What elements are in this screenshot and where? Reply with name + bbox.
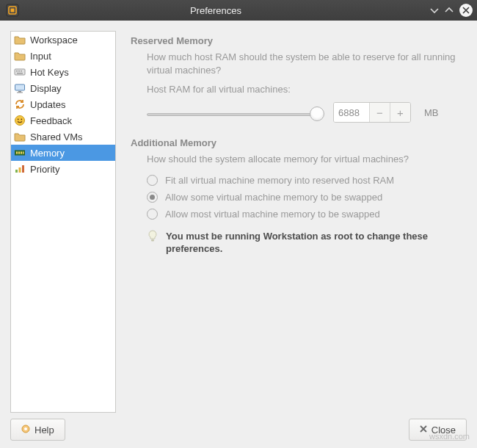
sidebar: Workspace Input Hot Keys <box>10 31 116 413</box>
reserved-memory-title: Reserved Memory <box>131 35 462 46</box>
priority-icon <box>14 163 26 175</box>
svg-rect-6 <box>21 71 22 72</box>
sidebar-item-label: Hot Keys <box>30 67 69 78</box>
sidebar-item-memory[interactable]: Memory <box>11 145 115 161</box>
sidebar-item-label: Input <box>30 51 51 62</box>
sidebar-item-feedback[interactable]: Feedback <box>11 112 115 129</box>
sidebar-item-label: Updates <box>30 99 65 110</box>
svg-rect-9 <box>18 91 21 93</box>
sidebar-item-display[interactable]: Display <box>11 80 115 96</box>
lightbulb-icon <box>147 230 159 245</box>
sidebar-item-label: Feedback <box>30 115 72 126</box>
spin-increment[interactable]: + <box>390 103 410 122</box>
sidebar-item-label: Display <box>30 83 62 94</box>
host-ram-spinbox: − + <box>333 102 411 123</box>
sidebar-item-input[interactable]: Input <box>11 48 115 64</box>
folder-icon <box>14 131 26 142</box>
svg-rect-7 <box>17 73 23 74</box>
radio-label: Allow some virtual machine memory to be … <box>165 192 382 203</box>
additional-memory-title: Additional Memory <box>131 137 462 148</box>
radio-allow-most[interactable]: Allow most virtual machine memory to be … <box>147 209 462 220</box>
spin-decrement[interactable]: − <box>369 103 390 122</box>
svg-rect-20 <box>19 167 21 173</box>
close-button[interactable]: Close <box>409 419 467 441</box>
sidebar-item-hotkeys[interactable]: Hot Keys <box>11 64 115 80</box>
sidebar-item-label: Shared VMs <box>30 131 83 142</box>
sidebar-item-workspace[interactable]: Workspace <box>11 32 115 48</box>
content-pane: Reserved Memory How much host RAM should… <box>126 31 467 413</box>
sidebar-item-label: Memory <box>30 148 65 159</box>
display-icon <box>14 82 26 94</box>
maximize-button[interactable] <box>445 6 454 15</box>
radio-icon <box>147 209 158 220</box>
svg-point-11 <box>15 116 25 126</box>
sidebar-item-sharedvms[interactable]: Shared VMs <box>11 129 115 145</box>
root-warning: You must be running Workstation as root … <box>147 230 462 256</box>
svg-rect-16 <box>18 152 20 154</box>
sidebar-item-label: Priority <box>30 164 59 175</box>
svg-rect-8 <box>15 84 25 90</box>
window-body: Workspace Input Hot Keys <box>0 21 477 448</box>
reserved-memory-desc: How much host RAM should the system be a… <box>147 51 462 76</box>
main-row: Workspace Input Hot Keys <box>10 31 467 413</box>
slider-track <box>147 113 323 116</box>
root-warning-text: You must be running Workstation as root … <box>166 230 462 256</box>
svg-rect-3 <box>15 69 25 75</box>
svg-rect-5 <box>18 71 20 72</box>
unit-label: MB <box>424 107 439 118</box>
folder-icon <box>14 34 26 46</box>
svg-rect-22 <box>151 239 154 242</box>
sidebar-item-label: Workspace <box>30 35 78 46</box>
svg-rect-15 <box>16 152 18 154</box>
close-icon <box>420 424 427 435</box>
svg-point-24 <box>24 427 27 430</box>
memory-icon <box>14 147 26 159</box>
radio-icon <box>147 175 158 186</box>
titlebar: Preferences <box>0 0 477 21</box>
minimize-button[interactable] <box>430 6 439 15</box>
window-title: Preferences <box>1 5 430 16</box>
additional-memory-desc: How should the system allocate memory fo… <box>147 153 462 166</box>
reserved-memory-section: How much host RAM should the system be a… <box>147 51 462 123</box>
keyboard-icon <box>14 66 26 78</box>
svg-rect-19 <box>15 170 18 173</box>
help-button-label: Help <box>34 424 54 436</box>
host-ram-row: − + MB <box>147 102 462 123</box>
radio-label: Fit all virtual machine memory into rese… <box>165 175 394 186</box>
smiley-icon <box>14 115 26 126</box>
radio-label: Allow most virtual machine memory to be … <box>165 209 380 220</box>
sidebar-item-priority[interactable]: Priority <box>11 161 115 177</box>
help-button[interactable]: Help <box>10 419 65 441</box>
svg-rect-4 <box>16 71 18 72</box>
svg-rect-21 <box>22 165 24 173</box>
slider-thumb[interactable] <box>310 106 324 121</box>
svg-rect-10 <box>17 93 23 93</box>
window-controls <box>430 4 473 17</box>
folder-icon <box>14 50 26 62</box>
host-ram-input[interactable] <box>334 103 369 122</box>
svg-rect-18 <box>23 152 24 154</box>
svg-point-12 <box>18 119 19 120</box>
close-window-button[interactable] <box>459 4 473 17</box>
updates-icon <box>14 98 26 110</box>
preferences-window: Preferences Workspace <box>0 0 477 448</box>
radio-icon <box>147 192 158 203</box>
svg-rect-17 <box>21 152 22 154</box>
radio-fit-all[interactable]: Fit all virtual machine memory into rese… <box>147 175 462 186</box>
dialog-footer: Help Close <box>10 413 467 441</box>
slider-label: Host RAM for all virtual machines: <box>147 84 462 95</box>
host-ram-slider[interactable] <box>147 106 323 121</box>
sidebar-item-updates[interactable]: Updates <box>11 96 115 112</box>
help-icon <box>21 424 30 436</box>
radio-allow-some[interactable]: Allow some virtual machine memory to be … <box>147 192 462 203</box>
additional-memory-section: How should the system allocate memory fo… <box>147 153 462 256</box>
close-button-label: Close <box>432 424 456 436</box>
svg-point-13 <box>21 119 22 120</box>
